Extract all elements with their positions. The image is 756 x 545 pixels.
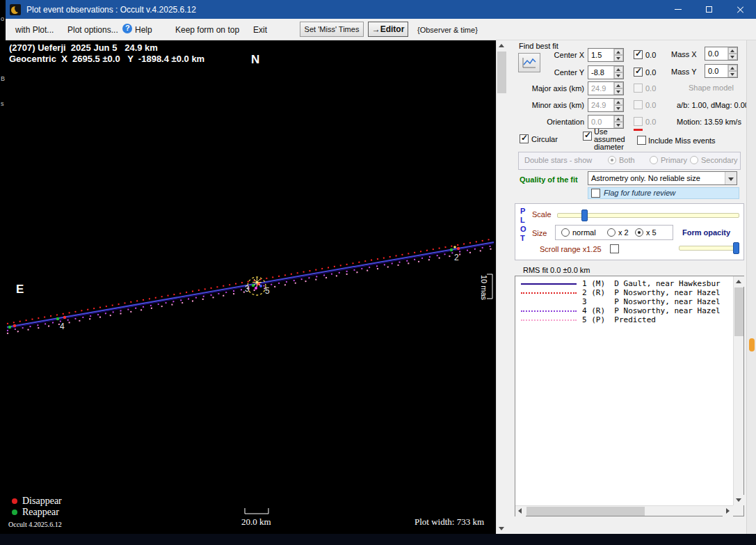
quality-of-fit-dropdown[interactable]: Astrometry only. No reliable size: [588, 171, 737, 185]
spin-up[interactable]: [728, 65, 737, 71]
minimize-button[interactable]: [662, 0, 693, 19]
mass-y-spinner[interactable]: 0.0: [705, 64, 738, 78]
plot-letter-t: T: [520, 234, 525, 242]
plot-letter-l: L: [520, 216, 525, 224]
scroll-left-button[interactable]: [515, 506, 526, 516]
center-x-spinner[interactable]: 1.5: [588, 48, 624, 62]
include-miss-label: Include Miss events: [648, 136, 716, 145]
right-arrow-icon: [726, 508, 730, 514]
dropdown-arrow-icon[interactable]: [725, 172, 737, 184]
menu-exit[interactable]: Exit: [253, 25, 267, 35]
spin-up[interactable]: [614, 116, 623, 122]
plot-width-label: Plot width: 733 km: [415, 516, 484, 528]
menu-plot-options[interactable]: Plot options...: [67, 25, 118, 35]
shape-model-label: Shape model: [689, 84, 734, 92]
spin-up[interactable]: [614, 99, 623, 105]
set-miss-times-button[interactable]: Set 'Miss' Times: [300, 22, 364, 37]
orientation-label: Orientation: [520, 118, 584, 126]
spin-down[interactable]: [614, 122, 623, 128]
scroll-up-button[interactable]: [497, 40, 507, 51]
flag-review-label: Flag for future review: [604, 189, 675, 197]
scroll-right-button[interactable]: [723, 506, 733, 516]
scroll-up-button[interactable]: [734, 276, 744, 287]
observation-row[interactable]: 4 (R) P Nosworthy, near Hazel: [515, 306, 732, 315]
observation-row[interactable]: 2 (R) P Nosworthy, near Hazel: [515, 288, 732, 297]
center-y-lock-checkbox[interactable]: [634, 68, 643, 77]
observation-row[interactable]: 5 (P) Predicted: [515, 315, 732, 324]
major-axis-label: Major axis (km): [520, 84, 584, 93]
center-x-lock-checkbox[interactable]: [634, 50, 643, 59]
scrollbar-thumb[interactable]: [497, 52, 506, 93]
chord-style-sample: [521, 310, 577, 312]
size-x5-radio[interactable]: x 5: [635, 228, 657, 237]
menu-with-plot[interactable]: with Plot...: [15, 25, 54, 35]
circular-checkbox[interactable]: [520, 134, 529, 143]
minor-axis-spinner[interactable]: 24.9: [588, 98, 624, 112]
plot-area[interactable]: 4 2 3 5 (2707) Ueferji 2025 Jun 5 24.9 k…: [6, 40, 496, 534]
spin-down[interactable]: [614, 55, 623, 61]
use-assumed-diameter-label: Use assumed diameter: [594, 128, 638, 151]
legend-disappear-label: Disappear: [22, 496, 62, 507]
motion-label: Motion: 13.59 km/s: [677, 118, 741, 126]
use-assumed-diameter-checkbox[interactable]: [583, 132, 592, 141]
double-stars-label: Double stars - show: [524, 156, 592, 164]
plot-vertical-scrollbar[interactable]: [496, 40, 506, 534]
radio-icon: [650, 156, 658, 164]
spin-up[interactable]: [614, 82, 623, 88]
center-y-spinner[interactable]: -8.8: [588, 65, 624, 79]
minor-axis-lock-checkbox: [634, 100, 643, 109]
orientation-spinner[interactable]: 0.0: [588, 115, 624, 129]
menubar: with Plot... Plot options... Help Keep f…: [6, 19, 756, 40]
mass-x-spinner[interactable]: 0.0: [705, 47, 738, 61]
size-normal-radio[interactable]: normal: [561, 228, 596, 237]
window-edge-scrollbar[interactable]: [746, 40, 756, 534]
list-vertical-scrollbar[interactable]: [733, 276, 743, 506]
taskbar-strip: [0, 534, 756, 545]
edge-scrollbar-thumb[interactable]: [749, 338, 755, 352]
maximize-button[interactable]: [693, 0, 725, 19]
radio-icon: [635, 228, 643, 237]
screen: o B s Plot event observations : Occult v…: [0, 0, 756, 545]
double-stars-secondary-radio: Secondary: [690, 156, 738, 164]
size-x2-radio[interactable]: x 2: [607, 228, 629, 237]
spin-up[interactable]: [728, 47, 737, 54]
occultation-plot-canvas[interactable]: 4 2 3 5: [6, 40, 496, 534]
menu-keep-on-top[interactable]: Keep form on top: [175, 25, 239, 35]
scrollbar-thumb[interactable]: [734, 287, 743, 336]
opacity-slider-track[interactable]: [679, 246, 739, 251]
maximize-icon: [706, 6, 712, 13]
background-window-strip: o B s: [0, 0, 6, 534]
major-axis-spinner[interactable]: 24.9: [588, 81, 624, 95]
scroll-range-label: Scroll range x1.25: [540, 245, 602, 253]
spin-down[interactable]: [728, 71, 737, 77]
spin-down[interactable]: [614, 72, 623, 79]
chord-label-2: 2: [454, 253, 459, 262]
background-window-text: o: [1, 15, 4, 22]
menu-help[interactable]: Help: [135, 25, 152, 35]
spin-down[interactable]: [728, 54, 737, 60]
include-miss-checkbox[interactable]: [637, 136, 646, 145]
scroll-down-button[interactable]: [497, 523, 507, 534]
reappear-dot-icon: [12, 510, 17, 515]
orientation-lock-checkbox: [634, 117, 643, 126]
scroll-down-button[interactable]: [734, 495, 744, 505]
close-button[interactable]: [725, 0, 756, 19]
chord-label-5: 5: [265, 286, 270, 296]
scrollbar-thumb[interactable]: [526, 507, 645, 516]
spin-down[interactable]: [614, 105, 623, 111]
flag-review-checkbox[interactable]: [591, 189, 600, 198]
scroll-range-checkbox[interactable]: [610, 244, 619, 253]
list-horizontal-scrollbar[interactable]: [515, 505, 734, 516]
spin-up[interactable]: [614, 49, 623, 55]
observation-list[interactable]: 1 (M) D Gault, near Hawkesbur 2 (R) P No…: [515, 276, 744, 516]
predicted-color-sample: [634, 129, 643, 131]
spin-up[interactable]: [614, 66, 623, 72]
spin-down[interactable]: [614, 88, 623, 95]
opacity-slider-thumb[interactable]: [733, 242, 739, 254]
observation-row[interactable]: 3 P Nosworthy, near Hazel: [515, 297, 732, 306]
scale-slider-thumb[interactable]: [581, 210, 588, 221]
observation-row[interactable]: 1 (M) D Gault, near Hawkesbur: [515, 279, 732, 288]
editor-button[interactable]: →Editor: [368, 22, 408, 37]
app-window: Plot event observations : Occult v.4.202…: [6, 0, 756, 534]
radio-icon: [690, 156, 698, 164]
